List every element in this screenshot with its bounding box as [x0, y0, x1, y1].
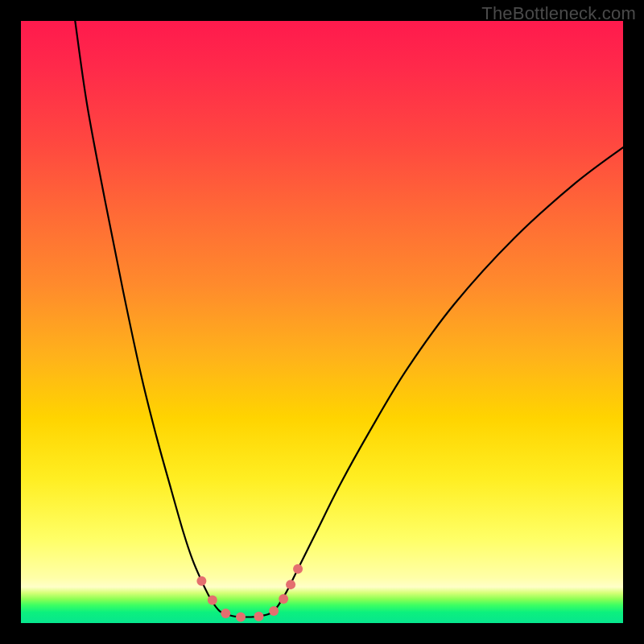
curve-marker — [221, 609, 230, 618]
curve-marker — [279, 594, 288, 604]
curve-marker — [269, 606, 279, 616]
curve-marker — [236, 613, 246, 622]
watermark-text: TheBottleneck.com — [481, 3, 636, 24]
plot-area — [21, 21, 623, 623]
curve-marker — [254, 612, 263, 621]
chart-frame: TheBottleneck.com — [0, 0, 644, 644]
bottleneck-curve — [75, 21, 623, 617]
curve-marker — [208, 596, 217, 605]
curve-marker — [196, 576, 206, 586]
curve-marker — [293, 564, 303, 574]
curve-layer — [21, 21, 623, 623]
curve-marker — [286, 580, 295, 589]
